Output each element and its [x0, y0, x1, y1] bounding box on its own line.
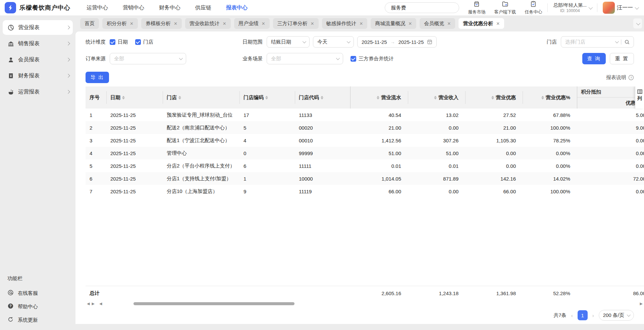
tab-item[interactable]: 用户业绩✕	[234, 18, 270, 29]
column-header[interactable]: 营业优惠	[465, 86, 523, 109]
tab-bar: 首页积分分析✕券模板分析✕营业收款统计✕用户业绩✕三方订单分析✕敏感操作统计✕商…	[75, 15, 644, 31]
order-source-select[interactable]: 全部	[110, 53, 186, 64]
date-type-select[interactable]: 结账日期	[267, 36, 310, 48]
close-tab-icon[interactable]: ✕	[447, 21, 451, 26]
topnav-item[interactable]: 运营中心	[87, 4, 108, 11]
column-header[interactable]: 营业流水	[350, 86, 408, 109]
chevron-down-icon	[303, 40, 306, 43]
scrollbar-thumb[interactable]	[133, 302, 294, 305]
table-row[interactable]: 52025-11-25分店2（平台小程序线上支付）6111110.010.010…	[86, 159, 644, 172]
sidebar-footer-item[interactable]: 在线客服	[5, 286, 71, 300]
tab-active[interactable]: 营业优惠分析✕	[459, 18, 504, 29]
chevron-down-icon	[589, 5, 593, 9]
sort-icon[interactable]	[265, 96, 268, 100]
topnav-item[interactable]: 财务中心	[159, 4, 180, 11]
date-type-value: 结账日期	[271, 39, 300, 45]
table-row[interactable]: 42025-11-25管理中心09999951.0051.000.000.00%…	[86, 147, 644, 159]
quick-action-task[interactable]: 任务中心	[525, 1, 542, 15]
sidebar-footer-item[interactable]: 系统更新	[5, 313, 71, 327]
sidebar-item[interactable]: 财务报表	[3, 68, 73, 83]
tab-item[interactable]: 三方订单分析✕	[273, 18, 319, 29]
business-scene-select[interactable]: 全部	[267, 53, 343, 64]
sidebar-item[interactable]: 营业报表	[3, 20, 73, 35]
next-page-icon[interactable]: ›	[592, 313, 595, 318]
column-header[interactable]: 门店编码	[239, 86, 295, 109]
sort-icon[interactable]	[321, 96, 323, 100]
dimension-checkbox[interactable]: 门店	[135, 39, 153, 45]
close-tab-icon[interactable]: ✕	[174, 21, 177, 26]
page-number-button[interactable]: 1	[578, 310, 588, 320]
app-title: 乐檬餐饮商户中心	[19, 4, 70, 12]
close-tab-icon[interactable]: ✕	[262, 21, 265, 26]
date-range-picker[interactable]: 2025-11-25 → 2025-11-25	[357, 36, 437, 48]
horizontal-scrollbar: ◀ ▶ ◀ ▶	[86, 301, 644, 307]
sort-icon[interactable]	[377, 96, 379, 100]
scroll-left-icon[interactable]: ◀	[87, 302, 90, 306]
column-header[interactable]: 日期	[106, 86, 163, 109]
org-switcher[interactable]: 总部/年轻人第... ID: 100004	[553, 2, 592, 13]
close-tab-icon[interactable]: ✕	[408, 21, 412, 26]
report-info-link[interactable]: 报表说明 ?	[606, 74, 634, 81]
close-tab-icon[interactable]: ✕	[360, 21, 363, 26]
sidebar-footer-item[interactable]: ?帮助中心	[5, 300, 71, 313]
topnav-item[interactable]: 营销中心	[123, 4, 144, 11]
search-input[interactable]	[391, 5, 458, 11]
tab-item[interactable]: 券模板分析✕	[141, 18, 182, 29]
table-body: 12025-11-25预发验证专用_球球别动_台位171113340.5413.…	[86, 109, 644, 198]
scroll-right-icon[interactable]: ▶	[640, 302, 643, 306]
tab-item[interactable]: 商城流量概况✕	[371, 18, 416, 29]
table-row[interactable]: 62025-11-25分店1（支持线上支付/加盟）1100001,014.058…	[86, 172, 644, 185]
date-preset-select[interactable]: 今天	[313, 36, 354, 48]
store-select[interactable]: 选择门店 |	[561, 36, 634, 48]
dimension-checkbox[interactable]: 日期	[110, 39, 128, 45]
quick-action-download[interactable]: 客户端下载	[494, 1, 516, 15]
table-row[interactable]: 22025-11-25配送2（南京浦口配送中心）50002021.000.002…	[86, 121, 644, 134]
column-header[interactable]: 营业收入	[408, 86, 465, 109]
table-cell: 7	[86, 189, 106, 194]
global-search[interactable]	[385, 2, 459, 13]
column-header[interactable]: 门店	[163, 86, 239, 109]
chevron-down-icon	[347, 40, 351, 43]
sidebar-item[interactable]: 销售报表	[3, 36, 73, 51]
sidebar-item[interactable]: 会员报表	[3, 52, 73, 67]
scroll-left-icon[interactable]: ◀	[99, 302, 102, 306]
tab-item[interactable]: 营业收款统计✕	[185, 18, 231, 29]
business-report-icon	[7, 24, 14, 31]
close-tab-icon[interactable]: ✕	[223, 21, 226, 26]
quick-action-store[interactable]: 服务市场	[468, 1, 485, 15]
tab-collapse-button[interactable]	[633, 18, 642, 28]
scroll-right-icon[interactable]: ▶	[92, 302, 94, 306]
table-row[interactable]: 12025-11-25预发验证专用_球球别动_台位171113340.5413.…	[86, 109, 644, 121]
table-row[interactable]: 32025-11-25配送1（宁波江北配送中心）4000101,412.5630…	[86, 134, 644, 147]
scrollbar-track[interactable]	[104, 302, 638, 305]
sort-icon[interactable]	[541, 96, 544, 100]
reset-button[interactable]: 重 置	[610, 53, 634, 64]
sort-icon[interactable]	[122, 96, 125, 100]
column-header[interactable]: 优惠金额	[577, 97, 644, 109]
store-search-icon[interactable]	[625, 40, 630, 45]
close-tab-icon[interactable]: ✕	[311, 21, 314, 26]
query-button[interactable]: 查 询	[582, 53, 606, 64]
column-header[interactable]: 营业优惠%	[523, 86, 577, 109]
page-size-select[interactable]: 200 条/页	[599, 310, 634, 321]
prev-page-icon[interactable]: ‹	[571, 313, 574, 318]
sort-icon[interactable]	[434, 96, 437, 100]
sidebar-item[interactable]: 运营报表	[3, 84, 73, 99]
column-header[interactable]: 门店代码	[295, 86, 350, 109]
topnav-item[interactable]: 供应链	[195, 4, 211, 11]
tab-item[interactable]: 积分分析✕	[102, 18, 138, 29]
tab-item[interactable]: 首页	[80, 18, 99, 29]
column-settings-button[interactable]: 列	[635, 86, 644, 109]
merge-third-party-checkbox[interactable]: 三方券合并统计	[351, 56, 394, 62]
close-tab-icon[interactable]: ✕	[496, 21, 500, 26]
close-tab-icon[interactable]: ✕	[130, 21, 133, 26]
sort-icon[interactable]	[491, 96, 494, 100]
export-button[interactable]: 导 出	[86, 72, 109, 83]
sort-icon[interactable]	[178, 96, 181, 100]
topnav-item[interactable]: 报表中心	[226, 4, 248, 11]
tab-item[interactable]: 会员概览✕	[420, 18, 455, 29]
tab-item[interactable]: 敏感操作统计✕	[322, 18, 368, 29]
table-cell: 2025-11-25	[106, 150, 163, 156]
user-menu[interactable]: 汪一一	[603, 2, 638, 14]
table-row[interactable]: 72025-11-25分店10（上海加盟店）91111966.000.0066.…	[86, 185, 644, 198]
